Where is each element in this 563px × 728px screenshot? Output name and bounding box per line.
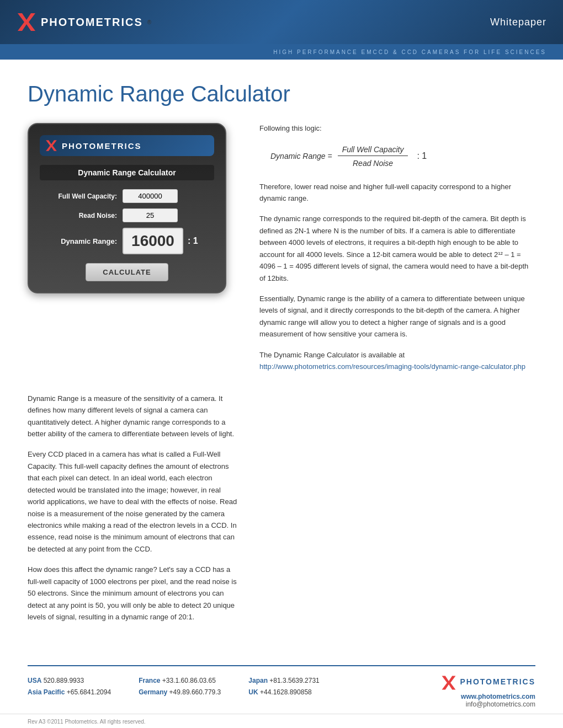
formula-numerator: Full Well Capacity: [338, 145, 408, 156]
subheader-text: HIGH PERFORMANCE EMCCD & CCD CAMERAS FOR…: [273, 49, 546, 55]
footer-asia-label: Asia Pacific: [28, 688, 65, 696]
footer-germany-label: Germany: [139, 688, 167, 696]
header: PHOTOMETRICS® Whitepaper: [0, 0, 563, 44]
footer-usa-label: USA: [28, 677, 41, 684]
footer-website: www.photometrics.com: [441, 693, 535, 700]
read-noise-label: Read Noise:: [40, 212, 123, 220]
footer-uk-phone: +44.1628.890858: [260, 688, 312, 696]
footer-france-label: France: [139, 677, 160, 684]
following-text: Following this logic:: [259, 123, 535, 134]
footer-asia-phone: +65.6841.2094: [67, 688, 111, 696]
footer-germany-phone: +49.89.660.779.3: [169, 688, 221, 696]
subheader: HIGH PERFORMANCE EMCCD & CCD CAMERAS FOR…: [0, 44, 563, 60]
dynamic-range-label: Dynamic Range:: [40, 237, 123, 245]
bottom-left-col: Dynamic Range is a measure of the sensit…: [28, 393, 237, 632]
svg-marker-2: [46, 140, 57, 151]
bottom-para1: Dynamic Range is a measure of the sensit…: [28, 393, 237, 440]
footer: USA 520.889.9933 Asia Pacific +65.6841.2…: [28, 665, 535, 708]
footer-logo-icon: [441, 675, 456, 690]
calc-logo-row: PHOTOMETRICS: [40, 135, 214, 156]
read-noise-field: Read Noise:: [40, 208, 214, 222]
read-noise-input[interactable]: [123, 208, 178, 222]
right-para2: The dynamic range corresponds to the req…: [259, 213, 535, 284]
bottom-para2: Every CCD placed in a camera has what is…: [28, 448, 237, 555]
formula-denominator: Read Noise: [348, 157, 397, 168]
bottom-text-row: Dynamic Range is a measure of the sensit…: [28, 393, 535, 632]
footer-logo-area: PHOTOMETRICS www.photometrics.com info@p…: [441, 675, 535, 708]
footer-japan-phone: +81.3.5639.2731: [269, 677, 319, 684]
bottom-para3: How does this affect the dynamic range? …: [28, 564, 237, 623]
header-logo: PHOTOMETRICS®: [17, 12, 151, 32]
footer-rev: Rev A3 ©2011 Photometrics. All rights re…: [0, 714, 563, 729]
header-logo-text: PHOTOMETRICS: [41, 16, 143, 29]
right-para3: Essentially, Dynamic range is the abilit…: [259, 293, 535, 340]
dynamic-range-row: Dynamic Range: 16000 : 1: [40, 228, 214, 254]
footer-france-phone: +33.1.60.86.03.65: [162, 677, 216, 684]
calculate-button[interactable]: CALCULATE: [86, 263, 168, 281]
calc-logo-icon: [45, 140, 57, 152]
footer-email: info@photometrics.com: [441, 700, 535, 708]
footer-japan-label: Japan: [248, 677, 268, 684]
dynamic-range-ratio: : 1: [188, 236, 198, 246]
calc-logo-text: PHOTOMETRICS: [62, 141, 142, 151]
right-para4: The Dynamic Range Calculator is availabl…: [259, 349, 535, 373]
right-column: Following this logic: Dynamic Range = Fu…: [259, 123, 535, 382]
calc-button-row: CALCULATE: [40, 263, 214, 281]
header-whitepaper-label: Whitepaper: [490, 17, 546, 28]
formula-box: Dynamic Range = Full Well Capacity Read …: [259, 145, 535, 168]
footer-usa-phone: 520.889.9933: [44, 677, 84, 684]
footer-contacts: USA 520.889.9933 Asia Pacific +65.6841.2…: [28, 675, 320, 699]
content-row: PHOTOMETRICS Dynamic Range Calculator Fu…: [28, 123, 535, 382]
footer-contact-europe: France +33.1.60.86.03.65 Germany +49.89.…: [139, 675, 221, 699]
svg-marker-3: [442, 676, 456, 689]
footer-contact-usa: USA 520.889.9933 Asia Pacific +65.6841.2…: [28, 675, 111, 699]
formula-fraction: Full Well Capacity Read Noise: [338, 145, 408, 168]
photometrics-logo-icon: [17, 12, 36, 32]
right-para4-link[interactable]: http://www.photometrics.com/resources/im…: [259, 362, 525, 371]
dynamic-range-value: 16000: [123, 228, 183, 254]
calculator-widget: PHOTOMETRICS Dynamic Range Calculator Fu…: [28, 123, 226, 293]
full-well-label: Full Well Capacity:: [40, 192, 123, 200]
main-content: Dynamic Range Calculator PHOTOMETRICS Dy…: [0, 60, 563, 649]
page-title: Dynamic Range Calculator: [28, 82, 535, 106]
footer-uk-label: UK: [248, 688, 258, 696]
header-logo-reg: ®: [147, 19, 151, 25]
footer-logo-text: PHOTOMETRICS: [460, 677, 535, 686]
calc-title: Dynamic Range Calculator: [40, 165, 214, 180]
full-well-field: Full Well Capacity:: [40, 189, 214, 203]
left-column: PHOTOMETRICS Dynamic Range Calculator Fu…: [28, 123, 237, 382]
footer-contact-asia: Japan +81.3.5639.2731 UK +44.1628.890858: [248, 675, 319, 699]
svg-marker-1: [18, 13, 35, 31]
full-well-input[interactable]: [123, 189, 178, 203]
formula-ratio: : 1: [417, 151, 427, 161]
right-para1: Therefore, lower read noise and higher f…: [259, 181, 535, 205]
formula-label: Dynamic Range =: [270, 152, 332, 160]
right-para4-prefix: The Dynamic Range Calculator is availabl…: [259, 351, 405, 359]
